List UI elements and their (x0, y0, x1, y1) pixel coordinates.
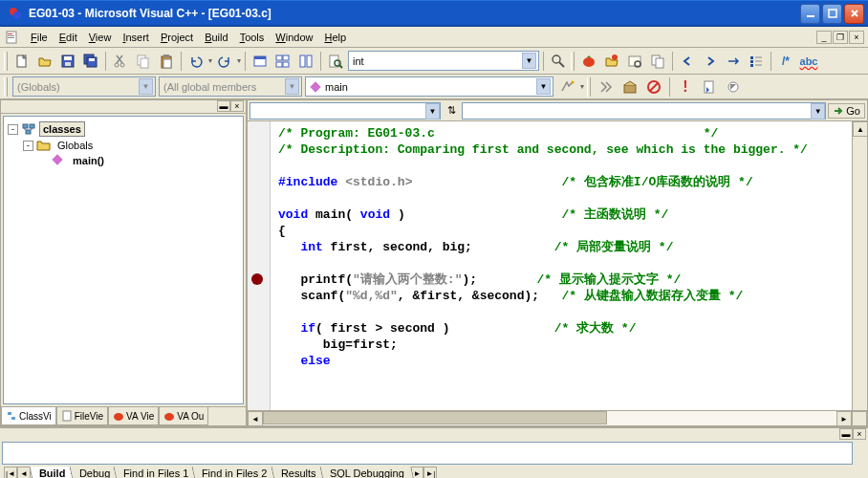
execute-button[interactable]: ! (675, 76, 696, 98)
scope-combo[interactable]: (Globals) ▼ (12, 76, 156, 97)
va-open-file-button[interactable] (601, 51, 622, 72)
menu-project[interactable]: Project (155, 30, 199, 45)
members-combo-dropdown[interactable]: ▼ (285, 78, 299, 95)
menu-view[interactable]: View (83, 30, 118, 45)
workspace-tab-classvi[interactable]: ClassVi (1, 407, 56, 425)
workspace-panel-close-button[interactable]: × (230, 100, 244, 112)
code-line[interactable] (278, 158, 844, 174)
menu-build[interactable]: Build (199, 30, 233, 45)
code-content[interactable]: /* Program: EG01-03.c *//* Description: … (271, 121, 852, 410)
output-text[interactable] (2, 442, 853, 465)
workspace-tab-vaou[interactable]: VA Ou (159, 407, 208, 425)
code-line[interactable] (278, 304, 844, 320)
va-context-button[interactable] (723, 51, 744, 72)
breakpoint-button[interactable] (723, 76, 744, 98)
menu-insert[interactable]: Insert (117, 30, 155, 45)
go-debug-button[interactable] (699, 76, 720, 98)
code-line[interactable]: big=first; (278, 337, 844, 353)
va-find-symbol-button[interactable] (624, 51, 645, 72)
output-tab-debug[interactable]: Debug (69, 467, 120, 479)
tree-globals-node[interactable]: - Globals (23, 138, 239, 153)
save-all-button[interactable] (80, 51, 101, 72)
find-in-files-button[interactable] (325, 51, 346, 72)
tile-button[interactable] (295, 51, 316, 72)
context-split-button[interactable]: ⇅ (443, 102, 460, 120)
code-line[interactable]: #include <stdio.h> /* 包含标准I/O库函数的说明 */ (278, 174, 844, 190)
output-tab-results[interactable]: Results (271, 467, 326, 479)
window-list-button[interactable] (272, 51, 293, 72)
search-button[interactable] (548, 51, 569, 72)
va-list-methods-button[interactable] (746, 51, 767, 72)
wizard-action-button[interactable] (556, 76, 577, 98)
output-float-button[interactable]: ▬ (839, 428, 853, 440)
build-button[interactable] (619, 76, 640, 98)
context-combo-2-dropdown[interactable]: ▼ (811, 103, 825, 120)
workspace-tab-vavie[interactable]: VA Vie (108, 407, 159, 425)
code-line[interactable]: /* Program: EG01-03.c */ (278, 125, 844, 141)
output-tab-last-button[interactable]: ►| (423, 467, 437, 478)
open-button[interactable] (34, 51, 55, 72)
context-combo-1[interactable]: ▼ (250, 102, 441, 120)
tree-main-node[interactable]: main() (38, 153, 239, 168)
menu-window[interactable]: Window (270, 30, 318, 45)
va-spellcheck-button[interactable]: abc (798, 51, 819, 72)
scroll-up-button[interactable]: ▲ (853, 121, 867, 137)
wizard-grip[interactable] (4, 77, 8, 97)
menu-tools[interactable]: Tools (234, 30, 271, 45)
workspace-button[interactable] (250, 51, 271, 72)
output-tab-first-button[interactable]: |◄ (4, 467, 17, 478)
va-comment-button[interactable]: /* (775, 51, 796, 72)
workspace-panel-float-button[interactable]: ▬ (217, 100, 230, 112)
go-button[interactable]: Go (828, 103, 865, 119)
va-next-button[interactable] (700, 51, 721, 72)
find-combo[interactable]: int ▼ (348, 51, 539, 71)
scroll-thumb[interactable] (263, 411, 607, 424)
undo-button[interactable] (185, 51, 206, 72)
members-combo[interactable]: (All global members ▼ (159, 76, 302, 97)
va-toggle-hcpp-button[interactable] (647, 51, 668, 72)
context-combo-1-dropdown[interactable]: ▼ (425, 103, 440, 120)
breakpoint-marker[interactable] (251, 273, 263, 285)
code-line[interactable]: if( first > second ) /* 求大数 */ (278, 320, 844, 337)
va-prev-button[interactable] (677, 51, 698, 72)
vertical-scrollbar[interactable]: ▲ (852, 121, 867, 410)
scope-combo-dropdown[interactable]: ▼ (139, 78, 153, 95)
code-line[interactable] (278, 255, 844, 272)
workspace-tab-filevie[interactable]: FileVie (56, 407, 108, 425)
output-close-button[interactable]: × (853, 428, 866, 440)
code-line[interactable]: int first, second, big; /* 局部变量说明 */ (278, 239, 844, 255)
code-line[interactable]: { (278, 223, 844, 239)
horizontal-scrollbar[interactable]: ◄ ► (248, 410, 867, 425)
build-grip[interactable] (587, 77, 591, 97)
output-tab-sql-debugging[interactable]: SQL Debugging (319, 467, 414, 479)
copy-button[interactable] (133, 51, 154, 72)
code-editor[interactable]: /* Program: EG01-03.c *//* Description: … (248, 121, 867, 410)
find-combo-dropdown[interactable]: ▼ (522, 53, 536, 69)
menu-file[interactable]: File (25, 30, 54, 45)
code-line[interactable] (278, 190, 844, 206)
cut-button[interactable] (110, 51, 131, 72)
output-tab-find-in-files-1[interactable]: Find in Files 1 (113, 467, 199, 479)
close-button[interactable] (844, 4, 864, 24)
va-tomato-button[interactable] (578, 51, 599, 72)
toolbar-grip[interactable] (4, 52, 8, 71)
mdi-minimize-button[interactable]: _ (816, 31, 832, 44)
code-line[interactable]: void main( void ) /* 主函数说明 */ (278, 206, 844, 223)
mdi-restore-button[interactable]: ❐ (833, 31, 848, 44)
compile-button[interactable] (596, 76, 617, 98)
paste-button[interactable] (156, 51, 177, 72)
code-line[interactable]: printf("请输入两个整数:"); /* 显示输入提示文字 */ (278, 272, 844, 288)
tree-toggle-icon[interactable]: - (23, 141, 33, 151)
save-button[interactable] (57, 51, 78, 72)
mdi-close-button[interactable]: × (849, 31, 864, 44)
maximize-button[interactable] (822, 4, 842, 24)
context-combo-2[interactable]: ▼ (462, 102, 826, 120)
class-tree[interactable]: - classes - Globals main() (3, 116, 244, 404)
stop-build-button[interactable] (643, 76, 664, 98)
tree-toggle-icon[interactable]: - (8, 124, 18, 135)
code-line[interactable]: /* Description: Comparing first and seco… (278, 141, 844, 158)
toolbar-grip-2[interactable] (571, 52, 575, 71)
redo-button[interactable] (214, 51, 235, 72)
new-text-file-button[interactable] (11, 51, 33, 72)
function-combo[interactable]: main ▼ (305, 76, 553, 97)
